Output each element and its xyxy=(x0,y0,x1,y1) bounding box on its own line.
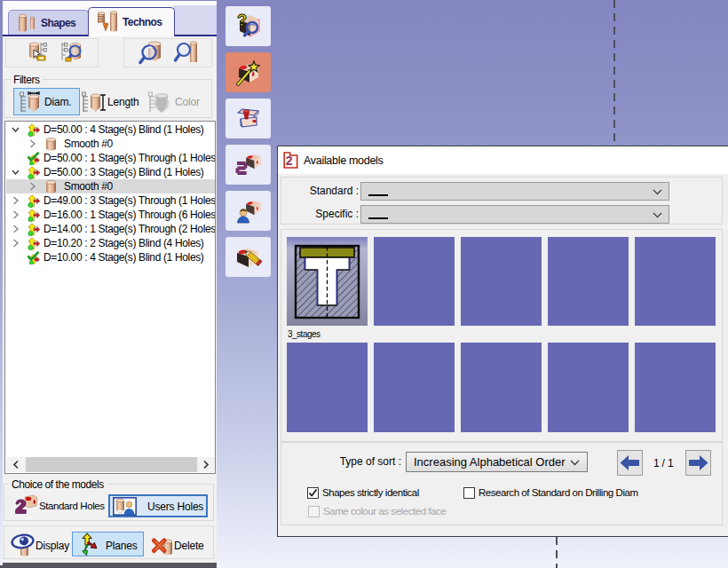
svg-text:?: ? xyxy=(237,12,247,29)
svg-text:2: 2 xyxy=(286,154,293,168)
